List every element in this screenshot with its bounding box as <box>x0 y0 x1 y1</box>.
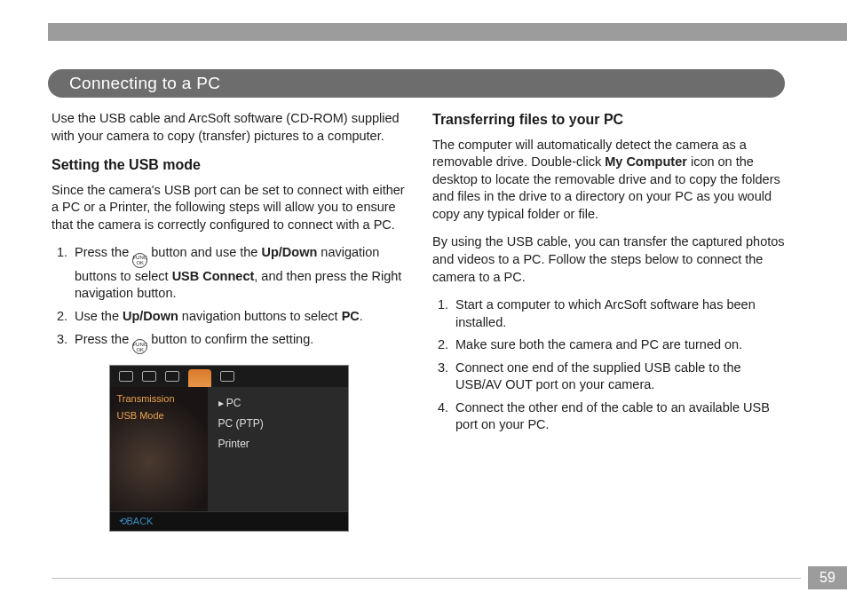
func-ok-icon <box>132 253 147 268</box>
camera-menu-left: Transmission USB Mode <box>110 387 208 511</box>
camera-body: Transmission USB Mode PC PC (PTP) Printe… <box>110 387 348 511</box>
transfer-step-4: Connect the other end of the cable to an… <box>452 399 787 434</box>
camera-tab-icon <box>165 371 179 382</box>
camera-usbmode-label: USB Mode <box>117 409 201 423</box>
camera-back-label: ⟲BACK <box>119 515 154 528</box>
camera-menu-right: PC PC (PTP) Printer <box>208 387 348 511</box>
camera-tab-icon <box>119 371 133 382</box>
transfer-steps-list: Start a computer to which ArcSoft softwa… <box>432 296 787 434</box>
intro-text: Use the USB cable and ArcSoft software (… <box>51 110 406 145</box>
camera-option-pc: PC <box>218 396 337 410</box>
transfer-step-1: Start a computer to which ArcSoft softwa… <box>452 296 787 331</box>
camera-back-bar: ⟲BACK <box>110 511 348 531</box>
transfer-step-2: Make sure both the camera and PC are tur… <box>452 336 787 354</box>
camera-transmission-label: Transmission <box>117 392 201 406</box>
footer-rule <box>51 578 801 579</box>
camera-tab-bar <box>110 366 348 387</box>
usb-step-3: Press the button to confirm the setting. <box>71 331 406 355</box>
usb-mode-desc: Since the camera's USB port can be set t… <box>51 182 406 234</box>
usb-step-1: Press the button and use the Up/Down nav… <box>71 244 406 303</box>
usb-steps-list: Press the button and use the Up/Down nav… <box>51 244 406 354</box>
camera-tab-icon <box>220 371 234 382</box>
camera-tab-icon <box>142 371 156 382</box>
page-footer: 59 <box>51 566 847 589</box>
right-column: Transferring files to your PC The comput… <box>432 110 787 532</box>
section-title: Connecting to a PC <box>69 74 220 93</box>
transfer-desc-1: The computer will automatically detect t… <box>432 137 787 224</box>
usb-step-2: Use the Up/Down navigation buttons to se… <box>71 308 406 326</box>
func-ok-icon <box>132 339 147 354</box>
section-title-pill: Connecting to a PC <box>48 69 785 98</box>
header-bar <box>48 23 847 41</box>
transfer-heading: Transferring files to your PC <box>432 110 787 130</box>
transfer-desc-2: By using the USB cable, you can transfer… <box>432 233 787 286</box>
camera-option-printer: Printer <box>218 437 337 451</box>
camera-ui-screenshot: Transmission USB Mode PC PC (PTP) Printe… <box>109 365 349 532</box>
camera-active-tab <box>188 369 211 387</box>
content-columns: Use the USB cable and ArcSoft software (… <box>51 110 787 532</box>
left-column: Use the USB cable and ArcSoft software (… <box>51 110 406 532</box>
page-number: 59 <box>808 566 847 589</box>
setting-usb-heading: Setting the USB mode <box>51 155 406 175</box>
camera-option-ptp: PC (PTP) <box>218 416 337 430</box>
transfer-step-3: Connect one end of the supplied USB cabl… <box>452 359 787 394</box>
